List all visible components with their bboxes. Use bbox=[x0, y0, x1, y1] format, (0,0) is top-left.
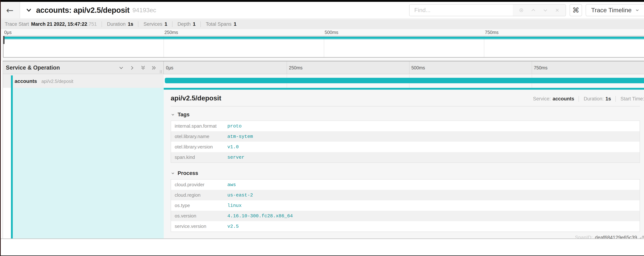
tag-key: otel.library.name bbox=[171, 131, 224, 142]
back-arrow-icon: ← bbox=[6, 6, 14, 15]
chevron-down-icon bbox=[118, 65, 124, 71]
process-key: os.version bbox=[171, 211, 224, 221]
span-color-stripe bbox=[11, 75, 13, 238]
summary-item: Total Spans 1 bbox=[200, 21, 236, 27]
collapse-one-button[interactable] bbox=[118, 65, 124, 71]
collapse-all-button[interactable] bbox=[140, 65, 146, 71]
trace-summary-bar: Trace Start March 21 2022, 15:47:22 .751… bbox=[0, 19, 644, 29]
tags-section-toggle[interactable]: Tags bbox=[171, 112, 640, 118]
span-detail-footer: SpanID: deaf684129e65c39 bbox=[171, 235, 644, 238]
find-input[interactable] bbox=[410, 5, 513, 16]
trace-title-wrap: accounts: api/v2.5/deposit 94193ec bbox=[25, 6, 156, 15]
minimap-span-shadow-bar bbox=[4, 39, 644, 40]
process-value: v2.5 bbox=[224, 221, 640, 232]
tag-value: proto bbox=[224, 121, 640, 131]
process-value: linux bbox=[224, 200, 640, 211]
expand-collapse-controls bbox=[118, 65, 160, 71]
summary-value: 1 bbox=[193, 21, 196, 27]
process-row: os.type linux bbox=[171, 200, 640, 211]
summary-label: Depth bbox=[178, 21, 191, 27]
span-name-cell[interactable]: accounts api/v2.5/deposit bbox=[3, 75, 164, 88]
process-row: os.version 4.16.10-300.fc28.x86_64 bbox=[171, 211, 640, 221]
jaeger-trace-page: ← accounts: api/v2.5/deposit 94193ec bbox=[0, 0, 644, 256]
command-icon: ⌘ bbox=[572, 6, 579, 14]
span-detail-panel: api/v2.5/deposit Service:accounts Durati… bbox=[164, 88, 644, 238]
span-detail-meta: Service:accounts Duration:1s Start Time:… bbox=[533, 96, 644, 102]
tags-table: internal.span.format proto otel.library.… bbox=[171, 121, 640, 163]
summary-label: Services bbox=[144, 21, 162, 27]
page-title: accounts: api/v2.5/deposit bbox=[36, 6, 130, 15]
summary-item: Depth 1 bbox=[172, 21, 196, 27]
find-prev-icon[interactable] bbox=[530, 8, 536, 13]
summary-label: Total Spans bbox=[206, 21, 232, 27]
window-left-edge bbox=[0, 0, 1, 256]
summary-value: 1s bbox=[128, 21, 133, 27]
summary-item: Services 1 bbox=[138, 21, 168, 27]
minimap-span-bar bbox=[4, 37, 644, 39]
summary-value: 1 bbox=[164, 21, 167, 27]
find-tools bbox=[513, 5, 566, 16]
timeline-minimap-area: 0μs 250ms 500ms 750ms bbox=[0, 29, 644, 61]
clear-search-icon[interactable] bbox=[555, 8, 560, 13]
span-duration-bar[interactable] bbox=[165, 78, 644, 83]
deep-link-icon[interactable] bbox=[639, 235, 644, 239]
tag-key: otel.library.version bbox=[171, 142, 224, 152]
minimap-scrubber-handle[interactable] bbox=[3, 36, 4, 44]
process-value: us-east-2 bbox=[224, 190, 640, 200]
span-meta-item: Service:accounts bbox=[533, 96, 574, 102]
span-row[interactable]: accounts api/v2.5/deposit bbox=[3, 75, 644, 88]
process-section-label: Process bbox=[178, 170, 198, 176]
span-track bbox=[164, 75, 644, 88]
summary-label: Trace Start bbox=[5, 21, 29, 27]
process-table: cloud.provider aws cloud.region us-east-… bbox=[171, 179, 640, 232]
locate-span-icon[interactable] bbox=[518, 8, 524, 13]
keyboard-shortcuts-button[interactable]: ⌘ bbox=[570, 4, 582, 16]
minimap-tick-label: 250ms bbox=[164, 30, 178, 35]
chevron-down-icon bbox=[171, 171, 175, 175]
chevron-down-icon bbox=[635, 8, 640, 13]
expand-one-button[interactable] bbox=[129, 65, 135, 71]
process-value: aws bbox=[224, 179, 640, 190]
minimap-tick-labels: 0μs 250ms 500ms 750ms bbox=[3, 30, 644, 36]
section-bottom-border bbox=[0, 238, 644, 239]
summary-item: Duration 1s bbox=[102, 21, 133, 27]
selected-span-row-highlight bbox=[13, 88, 164, 238]
trace-collapse-toggle[interactable] bbox=[25, 7, 32, 13]
back-button[interactable]: ← bbox=[0, 2, 20, 19]
tag-row: internal.span.format proto bbox=[171, 121, 640, 131]
process-key: cloud.provider bbox=[171, 179, 224, 190]
double-chevron-down-icon bbox=[140, 65, 146, 71]
span-detail-title: api/v2.5/deposit bbox=[171, 94, 221, 102]
view-selector-button[interactable]: Trace Timeline bbox=[586, 4, 644, 16]
span-meta-label: Service: bbox=[533, 96, 551, 102]
span-meta-item: Start Time:0μs bbox=[615, 96, 644, 102]
process-row: service.version v2.5 bbox=[171, 221, 640, 232]
minimap-tick-label: 750ms bbox=[485, 30, 498, 35]
double-chevron-right-icon bbox=[151, 65, 157, 71]
timeline-tick-label: 500ms bbox=[409, 65, 425, 70]
summary-item: Trace Start March 21 2022, 15:47:22 .751 bbox=[5, 21, 97, 27]
chevron-down-icon bbox=[25, 7, 32, 13]
selected-span-left-column bbox=[3, 88, 164, 238]
span-meta-label: Start Time: bbox=[620, 96, 644, 102]
chevron-down-icon bbox=[171, 112, 175, 117]
tag-row: otel.library.name atm-sytem bbox=[171, 131, 640, 142]
span-detail-title-row: api/v2.5/deposit Service:accounts Durati… bbox=[171, 94, 640, 102]
spanid-label: SpanID: bbox=[575, 235, 593, 238]
tag-row: span.kind server bbox=[171, 152, 640, 163]
tag-value: atm-sytem bbox=[224, 131, 640, 142]
tag-value: v1.0 bbox=[224, 142, 640, 152]
trace-timeline-section: Service & Operation bbox=[2, 61, 644, 238]
minimap-tick-label: 500ms bbox=[325, 30, 338, 35]
header-controls: ⌘ Trace Timeline bbox=[409, 4, 644, 16]
service-operation-header: Service & Operation bbox=[3, 61, 164, 74]
detail-divider bbox=[171, 106, 640, 106]
expand-all-button[interactable] bbox=[151, 65, 157, 71]
tag-key: internal.span.format bbox=[171, 121, 224, 131]
summary-label: Duration bbox=[107, 21, 126, 27]
timeline-minimap[interactable] bbox=[3, 36, 644, 58]
process-section-toggle[interactable]: Process bbox=[171, 170, 640, 176]
find-next-icon[interactable] bbox=[542, 8, 548, 13]
column-resizer-grip[interactable] bbox=[160, 70, 162, 73]
find-box bbox=[409, 4, 566, 16]
